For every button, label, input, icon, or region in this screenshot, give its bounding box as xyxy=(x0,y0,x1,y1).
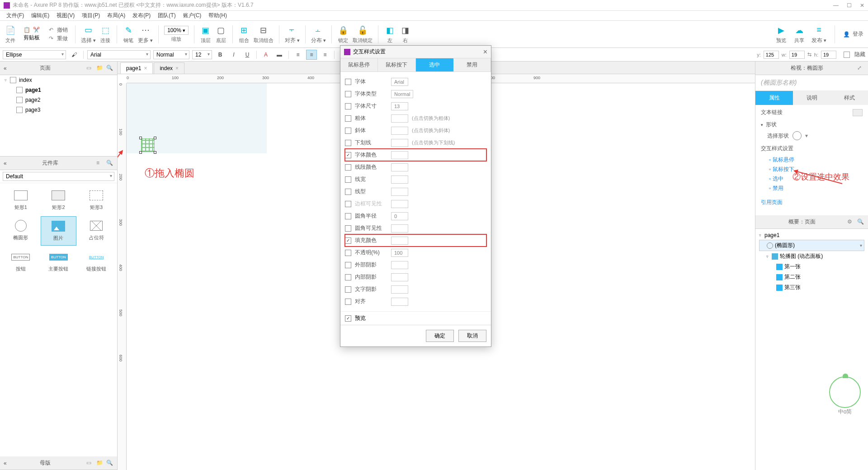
page-item-page2[interactable]: page2 xyxy=(0,95,117,105)
w-input[interactable] xyxy=(789,51,805,59)
ungroup-button[interactable]: ⊟取消组合 xyxy=(254,24,274,44)
row-control[interactable] xyxy=(391,163,408,171)
row-checkbox[interactable] xyxy=(345,274,351,280)
align-right-button[interactable]: ◨右 xyxy=(399,24,411,44)
row-checkbox[interactable] xyxy=(345,237,351,244)
row-checkbox[interactable] xyxy=(345,225,351,232)
collapse-icon[interactable]: « xyxy=(4,160,7,166)
widget-link-button[interactable]: BUTTON链接按钮 xyxy=(78,247,114,276)
cut-icon[interactable]: ✂️ xyxy=(33,27,40,33)
row-control[interactable] xyxy=(391,237,408,245)
outline-state-1[interactable]: 第一张 xyxy=(759,261,864,272)
menu-help[interactable]: 帮助(H) xyxy=(205,12,231,19)
row-checkbox[interactable] xyxy=(345,103,351,109)
dialog-tab-disabled[interactable]: 禁用 xyxy=(453,58,491,71)
menu-team[interactable]: 团队(T) xyxy=(154,12,179,19)
filter-icon[interactable]: ⚙ xyxy=(847,218,854,226)
send-back-button[interactable]: ▢底层 xyxy=(215,24,227,44)
widget-name-input[interactable]: (椭圆形名称) xyxy=(755,75,868,91)
add-folder-icon[interactable]: 📁 xyxy=(96,65,104,72)
outline-state-3[interactable]: 第三张 xyxy=(759,282,864,293)
publish-button[interactable]: ≡发布 ▾ xyxy=(811,24,826,44)
align-left-button[interactable]: ◧左 xyxy=(384,24,396,44)
row-checkbox[interactable] xyxy=(345,250,351,256)
bold-button[interactable]: B xyxy=(215,50,226,60)
ellipse-widget[interactable] xyxy=(141,138,155,152)
close-icon[interactable]: × xyxy=(483,48,487,56)
shape-section-header[interactable]: ▾形状 xyxy=(761,121,863,128)
y-input[interactable] xyxy=(764,51,779,59)
add-folder-icon[interactable]: 📁 xyxy=(96,460,104,467)
tab-page1[interactable]: page1× xyxy=(120,62,153,74)
chevron-down-icon[interactable]: ▾ xyxy=(805,133,808,139)
ok-button[interactable]: 确定 xyxy=(426,330,454,342)
reference-page-link[interactable]: 引用页面 xyxy=(761,198,863,207)
preview-checkbox[interactable] xyxy=(345,315,351,322)
shape-select[interactable]: Ellipse xyxy=(3,50,66,59)
cancel-button[interactable]: 取消 xyxy=(458,330,486,342)
pen-tool[interactable]: ✎钢笔 xyxy=(123,24,134,44)
search-icon[interactable]: 🔍 xyxy=(106,160,113,167)
row-control[interactable]: 100 xyxy=(391,249,408,257)
new-file-button[interactable]: 📄文件 xyxy=(5,24,16,44)
tab-index[interactable]: index× xyxy=(154,62,184,74)
row-checkbox[interactable] xyxy=(345,164,351,171)
row-checkbox[interactable] xyxy=(345,299,351,305)
redo-button[interactable]: ↷重做 xyxy=(49,35,68,43)
outline-state-2[interactable]: 第二张 xyxy=(759,272,864,282)
distribute-button[interactable]: ⫠分布 ▾ xyxy=(311,24,326,44)
search-icon[interactable]: 🔍 xyxy=(106,460,113,467)
font-size-select[interactable]: 12 xyxy=(192,50,212,59)
row-checkbox[interactable] xyxy=(345,140,351,146)
row-checkbox[interactable] xyxy=(345,152,351,158)
row-control[interactable] xyxy=(391,298,408,306)
row-control[interactable] xyxy=(391,261,408,269)
row-checkbox[interactable] xyxy=(345,201,351,207)
bring-front-button[interactable]: ▣顶层 xyxy=(200,24,212,44)
outline-page1[interactable]: ▿page1 xyxy=(759,231,864,240)
style-disabled-link[interactable]: ▫禁用 xyxy=(761,184,863,193)
page-item-page1[interactable]: page1 xyxy=(0,85,117,95)
row-checkbox[interactable] xyxy=(345,115,351,122)
inspector-tab-style[interactable]: 样式 xyxy=(830,91,868,105)
row-checkbox[interactable] xyxy=(345,213,351,219)
menu-publish[interactable]: 发布(P) xyxy=(129,12,154,19)
row-checkbox[interactable] xyxy=(345,91,351,97)
row-checkbox[interactable] xyxy=(345,286,351,293)
align-button[interactable]: ⫟对齐 ▾ xyxy=(285,24,300,44)
outline-panel[interactable]: ▿轮播图 (动态面板) xyxy=(759,251,864,261)
preview-button[interactable]: ▶预览 xyxy=(775,24,787,44)
row-control[interactable]: Normal xyxy=(391,90,413,98)
dialog-tab-hover[interactable]: 鼠标悬停 xyxy=(340,58,378,71)
align-right-text[interactable]: ≡ xyxy=(320,50,330,60)
dialog-tab-selected[interactable]: 选中 xyxy=(416,58,453,71)
row-control[interactable] xyxy=(391,139,408,147)
collapse-icon[interactable]: « xyxy=(4,460,7,466)
shape-pick-button[interactable] xyxy=(793,131,802,140)
dialog-titlebar[interactable]: 交互样式设置 × xyxy=(340,46,491,58)
menu-file[interactable]: 文件(F) xyxy=(3,12,28,19)
menu-edit[interactable]: 编辑(E) xyxy=(28,12,53,19)
widget-primary-button[interactable]: BUTTON主要按钮 xyxy=(41,247,77,276)
row-checkbox[interactable] xyxy=(345,262,351,268)
zoom-control[interactable]: 100% ▾缩放 xyxy=(164,26,189,43)
font-select[interactable]: Arial xyxy=(87,50,151,59)
lock-button[interactable]: 🔒锁定 xyxy=(337,24,349,44)
link-wh-icon[interactable]: ⇆ xyxy=(807,52,811,57)
row-control[interactable] xyxy=(391,127,408,135)
widget-image[interactable]: 图片 xyxy=(41,216,77,246)
menu-account[interactable]: 账户(C) xyxy=(179,12,205,19)
inspector-tab-notes[interactable]: 说明 xyxy=(793,91,830,105)
page-item-index[interactable]: ▿index xyxy=(0,75,117,85)
group-button[interactable]: ⊞组合 xyxy=(238,24,250,44)
undo-button[interactable]: ↶撤销 xyxy=(49,26,68,34)
library-select[interactable]: Default xyxy=(3,172,114,181)
font-weight-select[interactable]: Normal xyxy=(153,50,189,59)
row-control[interactable] xyxy=(391,224,408,233)
style-painter-icon[interactable]: 🖌 xyxy=(69,50,80,60)
fill-color-button[interactable]: ▬ xyxy=(274,50,285,60)
row-control[interactable] xyxy=(391,273,408,281)
search-icon[interactable]: 🔍 xyxy=(857,218,864,226)
add-master-icon[interactable]: ▭ xyxy=(86,460,94,467)
minimize-button[interactable]: — xyxy=(833,2,839,9)
